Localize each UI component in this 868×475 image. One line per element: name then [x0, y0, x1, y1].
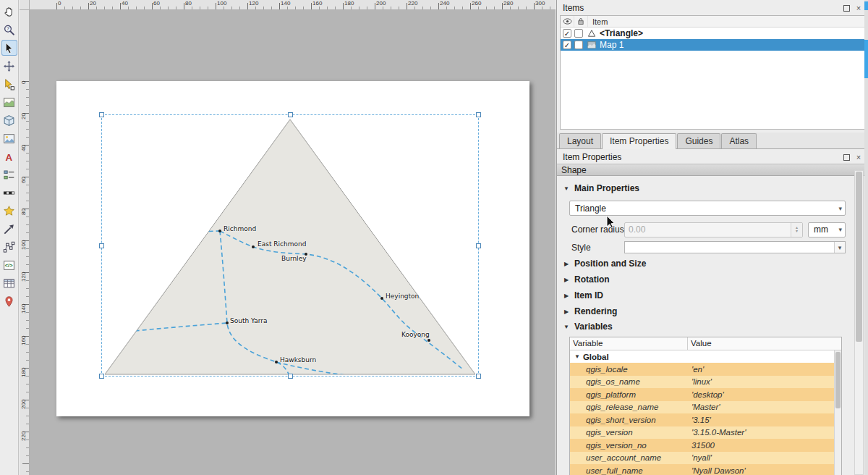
- lock-checkbox[interactable]: [574, 29, 583, 38]
- tab-layout[interactable]: Layout: [559, 133, 601, 148]
- variable-row[interactable]: qgis_locale 'en': [570, 363, 841, 376]
- visibility-checkbox[interactable]: [563, 29, 571, 38]
- variable-row[interactable]: user_account_name 'nyall': [570, 452, 841, 465]
- group-main-properties[interactable]: ▼ Main Properties: [563, 182, 868, 194]
- resize-handle[interactable]: [288, 112, 293, 117]
- lock-checkbox[interactable]: [574, 41, 583, 49]
- add-node-item-tool[interactable]: [1, 239, 17, 255]
- item-row-map-1[interactable]: Map 1: [561, 39, 864, 51]
- zoom-tool[interactable]: ?: [1, 22, 17, 38]
- right-dock: Items × Item: [556, 0, 868, 475]
- ruler-number: 140: [279, 0, 311, 7]
- resize-handle[interactable]: [99, 374, 104, 379]
- variable-value: 'nyall': [688, 453, 841, 462]
- add-label-tool[interactable]: A: [1, 148, 17, 164]
- resize-handle[interactable]: [99, 112, 104, 117]
- float-panel-icon[interactable]: [841, 153, 851, 162]
- lock-column-lock-icon: [574, 16, 588, 27]
- tab-guides[interactable]: Guides: [677, 133, 720, 148]
- add-picture-tool[interactable]: [1, 130, 17, 146]
- resize-handle[interactable]: [476, 374, 481, 379]
- window-edge-scrollbar[interactable]: [864, 0, 868, 475]
- variable-value: 'desktop': [688, 390, 841, 399]
- float-panel-icon[interactable]: [841, 4, 851, 13]
- variable-row[interactable]: qgis_version '3.15.0-Master': [570, 426, 841, 440]
- variable-value: 'linux': [688, 377, 841, 386]
- add-map-tool[interactable]: [1, 94, 17, 110]
- ruler-number: 60: [20, 177, 28, 209]
- resize-handle[interactable]: [288, 374, 293, 379]
- corner-radius-input[interactable]: 0.00 ▴▾: [624, 222, 803, 238]
- map-label: Heyington: [386, 293, 419, 300]
- collapse-arrow-icon: ▼: [563, 324, 570, 330]
- map-label: Kooyong: [401, 331, 430, 338]
- add-attribute-table-tool[interactable]: [1, 275, 17, 291]
- ruler-number: 200: [375, 0, 407, 7]
- variables-group-global[interactable]: ▼ Global: [570, 350, 841, 363]
- corner-radius-unit-select[interactable]: mm ▾: [808, 222, 846, 238]
- add-legend-tool[interactable]: [1, 167, 17, 182]
- pan-tool[interactable]: [1, 4, 17, 20]
- add-shape-tool[interactable]: [1, 203, 17, 219]
- variable-name: user_account_name: [570, 453, 688, 462]
- variable-value: 31500: [688, 441, 841, 450]
- resize-handle[interactable]: [99, 243, 104, 248]
- variable-row[interactable]: qgis_version_no 31500: [570, 439, 841, 452]
- item-row-triangle[interactable]: <Triangle>: [561, 28, 864, 39]
- variable-row[interactable]: user_full_name 'Nyall Dawson': [570, 464, 841, 475]
- visibility-checkbox[interactable]: [563, 41, 571, 49]
- add-arrow-tool[interactable]: [1, 221, 17, 237]
- add-html-tool[interactable]: </>: [1, 257, 17, 273]
- expand-arrow-icon: ▶: [563, 261, 570, 267]
- svg-text:A: A: [6, 151, 13, 162]
- select-move-item-tool[interactable]: [1, 40, 17, 56]
- ruler-corner: [20, 0, 30, 10]
- resize-handle[interactable]: [476, 243, 481, 248]
- layout-toolbox: ? A </>: [0, 0, 19, 475]
- table-scrollbar[interactable]: [834, 350, 841, 475]
- group-item-id[interactable]: ▶ Item ID: [563, 290, 868, 301]
- ruler-number: 180: [20, 368, 28, 400]
- style-dropdown-button[interactable]: ▾: [624, 241, 846, 253]
- add-scalebar-tool[interactable]: [1, 185, 17, 201]
- variable-row[interactable]: qgis_short_version '3.15': [570, 413, 841, 426]
- resize-handle[interactable]: [476, 112, 481, 117]
- group-rendering[interactable]: ▶ Rendering: [563, 306, 868, 317]
- ruler-vertical: 020406080100120140160180200220: [20, 10, 30, 475]
- mouse-cursor: [606, 215, 616, 231]
- visibility-column-eye-icon: [561, 16, 574, 27]
- expand-arrow-icon: ▶: [563, 293, 570, 299]
- map-label: Burnley: [281, 255, 307, 262]
- group-variables[interactable]: ▼ Variables: [563, 321, 868, 332]
- group-rotation[interactable]: ▶ Rotation: [563, 274, 868, 285]
- ruler-number: 300: [534, 0, 556, 7]
- chevron-down-icon: ▾: [838, 205, 842, 212]
- group-position-and-size[interactable]: ▶ Position and Size: [563, 258, 868, 269]
- triangle-item-selection[interactable]: RichmondEast RichmondBurnleyHeyingtonSou…: [101, 114, 479, 377]
- add-marker-tool[interactable]: [1, 293, 17, 309]
- expand-arrow-icon: ▶: [563, 308, 570, 315]
- properties-scrollbar[interactable]: [854, 170, 864, 475]
- close-panel-icon[interactable]: ×: [854, 153, 864, 162]
- shape-type-select[interactable]: Triangle ▾: [569, 201, 846, 216]
- spinner-buttons[interactable]: ▴▾: [791, 223, 802, 237]
- ruler-number: 200: [20, 400, 28, 432]
- tab-atlas[interactable]: Atlas: [721, 133, 757, 148]
- add-3d-map-tool[interactable]: [1, 112, 17, 128]
- edit-nodes-item-tool[interactable]: [1, 76, 17, 92]
- value-column-header: Value: [688, 337, 841, 350]
- layout-canvas[interactable]: RichmondEast RichmondBurnleyHeyingtonSou…: [30, 10, 556, 475]
- collapse-arrow-icon: ▼: [563, 185, 570, 192]
- variable-value: '3.15': [688, 416, 841, 424]
- chevron-down-icon: ▾: [838, 226, 842, 233]
- close-panel-icon[interactable]: ×: [854, 4, 864, 13]
- variable-name: qgis_platform: [570, 390, 688, 399]
- variable-row[interactable]: qgis_os_name 'linux': [570, 376, 841, 389]
- shape-section-header: Shape: [557, 164, 868, 176]
- move-item-content-tool[interactable]: [1, 58, 17, 74]
- variable-row[interactable]: qgis_platform 'desktop': [570, 388, 841, 401]
- ruler-number: 0: [56, 0, 88, 7]
- variable-row[interactable]: qgis_release_name 'Master': [570, 401, 841, 414]
- tab-item-properties[interactable]: Item Properties: [602, 133, 676, 149]
- ruler-number: 0: [20, 81, 28, 113]
